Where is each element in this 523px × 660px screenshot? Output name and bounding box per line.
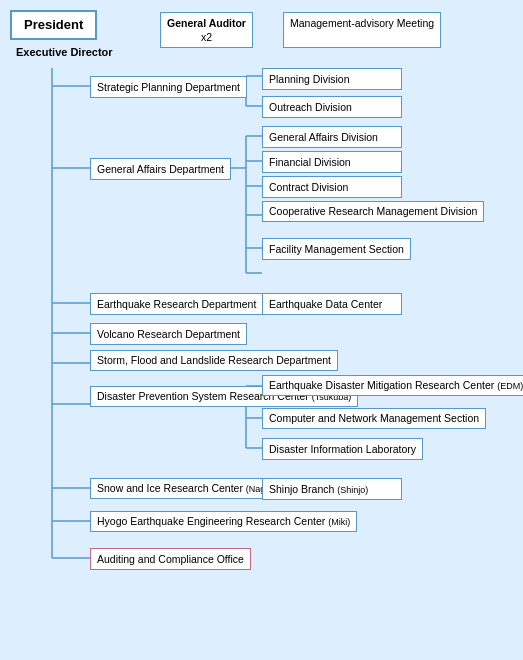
general-affairs-label: General Affairs Department (97, 163, 224, 175)
general-auditor-label: General Auditor (167, 16, 246, 30)
planning-division-box: Planning Division (262, 68, 402, 90)
auditing-row: Auditing and Compliance Office (90, 548, 251, 570)
shinjo-branch-box: Shinjo Branch (Shinjo) (262, 478, 402, 500)
earthquake-disaster-row: Earthquake Disaster Mitigation Research … (262, 375, 523, 397)
strategic-planning-row: Strategic Planning Department (90, 76, 247, 98)
volcano-research-label: Volcano Research Department (97, 328, 240, 340)
planning-division-row: Planning Division (262, 68, 402, 90)
strategic-planning-label: Strategic Planning Department (97, 81, 240, 93)
contract-div-label: Contract Division (269, 181, 348, 193)
financial-div-label: Financial Division (269, 156, 351, 168)
cooperative-research-label: Cooperative Research Management Division (269, 205, 477, 217)
president-label: President (24, 17, 83, 32)
exec-director-label: Executive Director (16, 46, 113, 58)
financial-div-row: Financial Division (262, 151, 402, 173)
computer-network-box: Computer and Network Management Section (262, 408, 486, 430)
outreach-division-box: Outreach Division (262, 96, 402, 118)
storm-flood-label: Storm, Flood and Landslide Research Depa… (97, 354, 331, 366)
cooperative-research-box: Cooperative Research Management Division (262, 201, 484, 223)
outreach-division-label: Outreach Division (269, 101, 352, 113)
management-advisory-box: Management-advisory Meeting (283, 12, 441, 48)
general-auditor-count: x2 (167, 30, 246, 44)
financial-div-box: Financial Division (262, 151, 402, 173)
contract-div-box: Contract Division (262, 176, 402, 198)
outreach-division-row: Outreach Division (262, 96, 402, 118)
volcano-research-box: Volcano Research Department (90, 323, 247, 345)
earthquake-data-box: Earthquake Data Center (262, 293, 402, 315)
disaster-info-box: Disaster Information Laboratory (262, 438, 423, 460)
volcano-research-row: Volcano Research Department (90, 323, 247, 345)
earthquake-disaster-box: Earthquake Disaster Mitigation Research … (262, 375, 523, 397)
management-advisory-label: Management-advisory Meeting (290, 17, 434, 29)
org-chart: President Executive Director General Aud… (10, 10, 513, 613)
exec-director: Executive Director (10, 46, 113, 58)
earthquake-disaster-sub: (EDM)(Kobe) (497, 381, 523, 391)
general-affairs-row: General Affairs Department (90, 158, 231, 180)
snow-ice-label: Snow and Ice Research Center (97, 482, 243, 494)
general-affairs-div-box: General Affairs Division (262, 126, 402, 148)
top-right-boxes: General Auditor x2 Management-advisory M… (160, 12, 441, 48)
auditing-box: Auditing and Compliance Office (90, 548, 251, 570)
president-block: President Executive Director (10, 10, 120, 58)
facility-mgmt-label: Facility Management Section (269, 243, 404, 255)
earthquake-research-label: Earthquake Research Department (97, 298, 256, 310)
president-box: President (10, 10, 97, 40)
earthquake-research-row: Earthquake Research Department (90, 293, 263, 315)
facility-mgmt-box: Facility Management Section (262, 238, 411, 260)
shinjo-branch-label: Shinjo Branch (269, 483, 334, 495)
hyogo-box: Hyogo Earthquake Engineering Research Ce… (90, 511, 357, 533)
facility-mgmt-row: Facility Management Section (262, 238, 411, 260)
general-affairs-box: General Affairs Department (90, 158, 231, 180)
earthquake-data-row: Earthquake Data Center (262, 293, 402, 315)
earthquake-disaster-label: Earthquake Disaster Mitigation Research … (269, 379, 494, 391)
hyogo-row: Hyogo Earthquake Engineering Research Ce… (90, 511, 357, 533)
shinjo-branch-sub: (Shinjo) (337, 485, 368, 495)
computer-network-row: Computer and Network Management Section (262, 408, 486, 430)
earthquake-data-label: Earthquake Data Center (269, 298, 382, 310)
contract-div-row: Contract Division (262, 176, 402, 198)
hyogo-sub: (Miki) (328, 517, 350, 527)
auditing-label: Auditing and Compliance Office (97, 553, 244, 565)
disaster-info-label: Disaster Information Laboratory (269, 443, 416, 455)
general-affairs-div-label: General Affairs Division (269, 131, 378, 143)
disaster-info-row: Disaster Information Laboratory (262, 438, 423, 460)
storm-flood-box: Storm, Flood and Landslide Research Depa… (90, 350, 338, 372)
shinjo-branch-row: Shinjo Branch (Shinjo) (262, 478, 402, 500)
general-affairs-div-row: General Affairs Division (262, 126, 402, 148)
storm-flood-row: Storm, Flood and Landslide Research Depa… (90, 350, 338, 372)
main-chart: Strategic Planning Department Planning D… (10, 68, 513, 613)
strategic-planning-box: Strategic Planning Department (90, 76, 247, 98)
planning-division-label: Planning Division (269, 73, 350, 85)
cooperative-research-row: Cooperative Research Management Division (262, 201, 484, 223)
computer-network-label: Computer and Network Management Section (269, 412, 479, 424)
earthquake-research-box: Earthquake Research Department (90, 293, 263, 315)
hyogo-label: Hyogo Earthquake Engineering Research Ce… (97, 515, 325, 527)
general-auditor-box: General Auditor x2 (160, 12, 253, 48)
